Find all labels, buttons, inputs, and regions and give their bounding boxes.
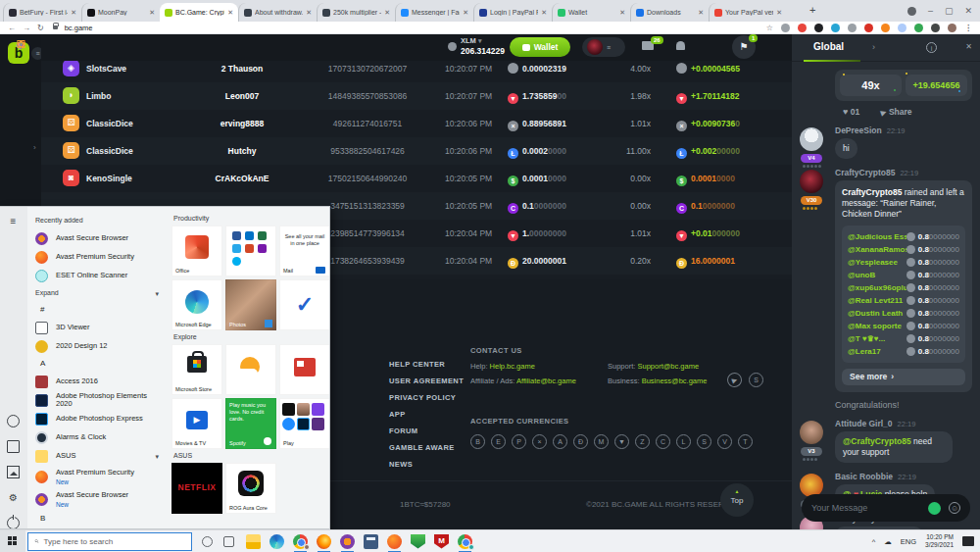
start-menu-app-item[interactable]: Avast Premium Security [31, 248, 167, 267]
browser-tab[interactable]: Login | PayPal Prep... ✕ [473, 3, 552, 22]
taskbar-app-icon[interactable] [364, 534, 378, 549]
tile-weather[interactable] [225, 344, 276, 395]
browser-tab[interactable]: Your PayPal verific... ✕ [709, 3, 787, 22]
tile-microsoft-store[interactable]: Microsoft Store [172, 344, 222, 395]
recipient-name[interactable]: @XananaRamos [848, 244, 906, 255]
chat-close-icon[interactable]: ✕ [965, 42, 972, 51]
tile-mail[interactable]: See all your mail in one place Mail [279, 226, 329, 276]
close-button[interactable]: ✕ [964, 6, 972, 16]
footer-link[interactable]: USER AGREEMENT [389, 376, 464, 385]
extension-icon[interactable] [898, 24, 906, 32]
start-menu-app-item[interactable]: Avast Secure Browser [31, 229, 167, 248]
extension-icon[interactable] [814, 24, 823, 32]
bet-row[interactable]: ◗ Limbo Leon007 14849385570853086 10:20:… [41, 82, 792, 110]
tab-close-icon[interactable]: ✕ [463, 9, 468, 17]
balance-selector[interactable]: XLM ▾ 206.314229 [448, 36, 505, 56]
start-menu-app-item[interactable]: 3D Viewer [31, 319, 167, 337]
browser-tab[interactable]: Wallet ✕ [552, 3, 630, 22]
start-menu-app-item[interactable]: A [31, 356, 167, 373]
chat-username[interactable]: Attitude Girl_0 [835, 419, 893, 428]
browser-tab[interactable]: Messenger | Face... ✕ [395, 3, 473, 22]
footer-link[interactable]: GAMBLE AWARE [389, 443, 464, 452]
notifications-bell-icon[interactable] [676, 41, 685, 50]
support-link[interactable]: Support@bc.game [637, 362, 699, 371]
tab-close-icon[interactable]: ✕ [384, 9, 390, 17]
like-button[interactable]: ♥ 01 [843, 107, 859, 117]
extension-icon[interactable] [864, 24, 873, 32]
recipient-name[interactable]: @unoB [848, 270, 906, 280]
help-link[interactable]: Help.bc.game [490, 362, 535, 371]
tab-close-icon[interactable]: ✕ [306, 9, 312, 17]
recipient-name[interactable]: @Dustin Leath [848, 308, 906, 319]
share-button[interactable]: ▶ Share [881, 107, 911, 117]
sidebar-expand-icon[interactable]: › [33, 143, 36, 152]
taskbar-search[interactable]: ⌕ Type here to search [27, 532, 192, 551]
recipient-name[interactable]: @Yespleasee [848, 257, 906, 268]
start-button[interactable] [0, 530, 25, 552]
footer-link[interactable]: HELP CENTER [389, 360, 464, 369]
documents-icon[interactable] [7, 440, 20, 453]
footer-link[interactable]: APP [389, 410, 464, 419]
start-menu-burger-icon[interactable]: ≡ [7, 215, 20, 227]
telegram-icon[interactable]: ▶ [725, 371, 744, 389]
taskbar-app-icon[interactable] [317, 534, 331, 549]
tile-group-label[interactable]: Explore [173, 333, 325, 340]
avatar[interactable] [800, 421, 823, 444]
recipient-name[interactable]: @T ♥♛♥... [848, 333, 906, 344]
tile-rog-aura-core[interactable]: ROG Aura Core [225, 463, 276, 514]
back-to-top-button[interactable]: Top [720, 483, 754, 517]
start-menu-app-item[interactable]: Access 2016 [31, 373, 167, 391]
extension-icon[interactable] [948, 24, 956, 32]
tab-close-icon[interactable]: ✕ [149, 9, 155, 17]
chat-username[interactable]: DePreeSion [835, 125, 882, 135]
recipient-name[interactable]: @Judicious Essie [848, 231, 906, 242]
tab-close-icon[interactable]: ✕ [227, 9, 233, 17]
language-indicator[interactable]: ENG [901, 537, 916, 546]
browser-tab[interactable]: BC.Game: Crypto C... ✕ [160, 3, 238, 22]
cortana-icon[interactable] [202, 536, 213, 547]
extension-icon[interactable] [798, 24, 807, 32]
tile-office[interactable]: Office [172, 226, 222, 276]
tile-photos[interactable]: Photos [225, 279, 276, 330]
new-tab-button[interactable]: + [809, 4, 815, 16]
chat-username[interactable]: Basic Roobbie [835, 472, 893, 481]
user-menu[interactable]: ≡ [582, 37, 625, 57]
wallet-button[interactable]: Wallet [510, 37, 570, 57]
sidebar-game-icon[interactable]: ✿ [11, 34, 30, 54]
bet-row[interactable]: ⚄ ClassicDice Hutchy 9533882504617426 10… [41, 137, 792, 165]
url-text[interactable]: bc.game [65, 24, 93, 32]
start-menu-app-item[interactable]: Adobe Photoshop Express [31, 410, 167, 428]
taskbar-app-icon[interactable] [340, 534, 355, 549]
avatar[interactable] [800, 127, 823, 151]
start-menu-app-item[interactable]: 2020 Design 12 [31, 337, 167, 356]
skype-icon[interactable]: S [749, 373, 763, 387]
browser-tab[interactable]: Downloads ✕ [630, 3, 709, 22]
tile-office-apps[interactable] [225, 226, 276, 276]
power-icon[interactable] [7, 517, 20, 529]
avatar[interactable] [800, 170, 823, 193]
extension-icon[interactable] [848, 24, 857, 32]
tile-spotify[interactable]: Play music you love. No credit cards.Spo… [225, 398, 276, 449]
start-menu-app-item[interactable]: ASUS ▾ [31, 447, 167, 466]
extension-icon[interactable] [914, 24, 923, 32]
tab-close-icon[interactable]: ✕ [776, 9, 782, 17]
back-icon[interactable]: ← [8, 24, 16, 32]
onedrive-cloud-icon[interactable]: ☁ [884, 537, 892, 546]
start-menu-app-item[interactable]: Adobe Photoshop Elements 2020 [31, 391, 167, 410]
taskbar-app-icon[interactable] [387, 534, 402, 549]
recipient-name[interactable]: @Lera17 [848, 346, 906, 357]
browser-tab[interactable]: BetFury - First i-G... ✕ [3, 3, 81, 22]
tile-movies-tv[interactable]: ▶Movies & TV [172, 398, 222, 449]
rain-coin-icon[interactable] [928, 502, 941, 515]
see-more-button[interactable]: See more› [842, 369, 965, 385]
extension-icon[interactable] [881, 24, 890, 32]
browser-profile-avatar[interactable] [907, 7, 916, 16]
start-menu-app-item[interactable]: ESET Online Scanner [31, 267, 167, 285]
tab-close-icon[interactable]: ✕ [71, 9, 76, 17]
start-menu-app-item[interactable]: Avast Premium SecurityNew [31, 466, 167, 488]
browser-tab[interactable]: MoonPay ✕ [81, 3, 160, 22]
footer-link[interactable]: NEWS [389, 460, 464, 469]
browser-menu-icon[interactable]: ⋮ [964, 24, 972, 32]
start-menu-app-item[interactable]: BlueStacks [31, 527, 167, 528]
action-center-icon[interactable] [962, 536, 974, 546]
